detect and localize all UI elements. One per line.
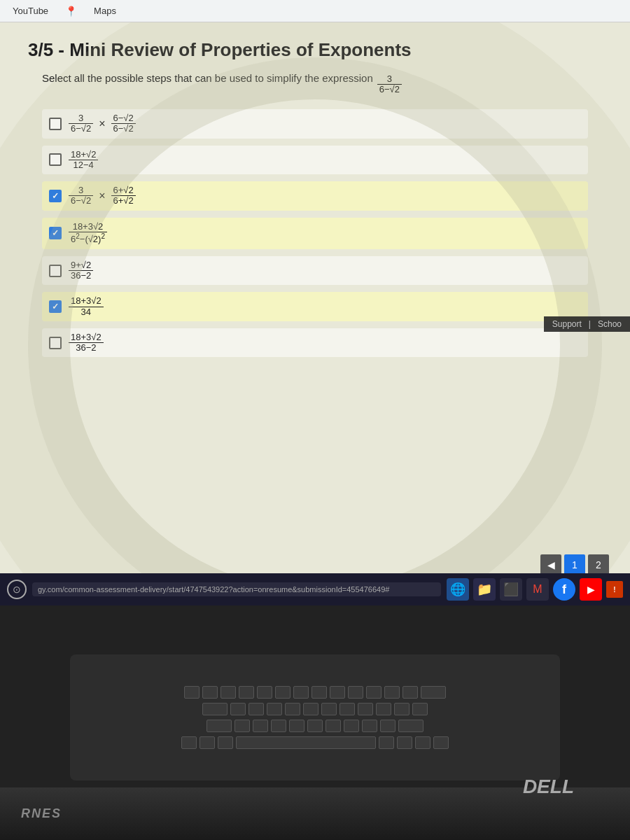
key xyxy=(200,736,215,749)
key xyxy=(366,686,382,699)
page-title: 3/5 - Mini Review of Properties of Expon… xyxy=(0,22,630,72)
key xyxy=(307,720,323,732)
option-1-row: 3 6−√2 × 6−√2 6−√2 xyxy=(42,109,588,139)
option-2-expr: 18+√2 12−4 xyxy=(69,150,98,171)
key xyxy=(257,686,272,699)
key xyxy=(379,736,394,749)
spacebar-key xyxy=(236,736,376,749)
key xyxy=(421,686,446,699)
key xyxy=(376,703,391,715)
key xyxy=(433,736,449,749)
key xyxy=(181,736,197,749)
support-label[interactable]: Support xyxy=(552,319,582,329)
option-5-checkbox[interactable] xyxy=(49,265,62,277)
youtube-taskbar-icon[interactable]: ▶ xyxy=(580,578,602,601)
key xyxy=(340,703,355,715)
key xyxy=(412,703,428,715)
key xyxy=(321,703,337,715)
option-2-checkbox[interactable] xyxy=(49,153,62,166)
option-6-expr: 18+3√2 34 xyxy=(69,296,104,317)
key xyxy=(271,720,286,732)
support-bar: Support | Schoo xyxy=(544,316,630,332)
key xyxy=(275,686,290,699)
support-divider: | xyxy=(589,319,591,329)
dell-logo: DELL xyxy=(523,776,574,798)
option-6-row: 18+3√2 34 xyxy=(42,292,588,321)
key xyxy=(248,703,264,715)
key xyxy=(380,720,396,732)
maps-tab[interactable]: Maps xyxy=(88,3,122,19)
option-2-row: 18+√2 12−4 xyxy=(42,146,588,175)
option-3-checkbox[interactable] xyxy=(49,190,62,202)
maps-icon: 📍 xyxy=(65,6,77,17)
option-6-checkbox[interactable] xyxy=(49,300,62,313)
question-header: Select all the possible steps that can b… xyxy=(42,72,588,97)
page-1-button[interactable]: 1 xyxy=(564,554,585,575)
laptop-body: RNES DELL xyxy=(0,606,630,840)
key xyxy=(285,703,300,715)
key xyxy=(326,720,341,732)
taskbar: ⊙ gy.com/common-assessment-delivery/star… xyxy=(0,573,630,606)
url-bar: gy.com/common-assessment-delivery/start/… xyxy=(32,582,441,596)
option-3-row: 3 6−√2 × 6+√2 6+√2 xyxy=(42,181,588,211)
keyboard xyxy=(70,654,560,780)
options-list: 3 6−√2 × 6−√2 6−√2 18+√2 12−4 xyxy=(42,109,588,357)
facebook-icon[interactable]: f xyxy=(553,578,575,601)
option-3-expr: 3 6−√2 × 6+√2 6+√2 xyxy=(69,186,136,206)
gmail-icon[interactable]: M xyxy=(526,578,549,601)
key xyxy=(415,736,430,749)
key xyxy=(220,686,236,699)
key xyxy=(358,703,373,715)
key xyxy=(330,686,345,699)
key xyxy=(348,686,363,699)
key xyxy=(267,703,282,715)
option-4-expr: 18+3√2 62−(√2)2 xyxy=(69,222,107,245)
key xyxy=(312,686,327,699)
navigation-buttons: ◀ 1 2 xyxy=(540,554,609,575)
option-5-expr: 9+√2 36−2 xyxy=(69,260,93,281)
brand-label: RNES xyxy=(21,806,62,821)
key xyxy=(402,686,418,699)
key xyxy=(202,703,227,715)
file-explorer-icon[interactable]: 📁 xyxy=(473,578,496,601)
youtube-tab[interactable]: YouTube xyxy=(7,3,54,19)
back-button[interactable]: ◀ xyxy=(540,554,561,575)
key xyxy=(398,720,424,732)
page-2-button[interactable]: 2 xyxy=(588,554,609,575)
school-label: Schoo xyxy=(598,319,622,329)
option-7-expr: 18+3√2 36−2 xyxy=(69,332,104,354)
question-area: Select all the possible steps that can b… xyxy=(0,72,630,357)
key xyxy=(230,703,246,715)
key xyxy=(394,703,410,715)
question-text: Select all the possible steps that can b… xyxy=(42,72,373,84)
target-expression: 3 6−√2 xyxy=(377,74,402,95)
key xyxy=(253,720,268,732)
option-5-row: 9+√2 36−2 xyxy=(42,256,588,286)
key xyxy=(293,686,309,699)
key xyxy=(239,686,254,699)
key xyxy=(202,686,218,699)
app-icon-1[interactable]: ⬛ xyxy=(500,578,522,601)
option-4-checkbox[interactable] xyxy=(49,227,62,239)
option-1-checkbox[interactable] xyxy=(49,118,62,130)
keyboard-area xyxy=(0,606,630,788)
key xyxy=(218,736,233,749)
key xyxy=(303,703,318,715)
edge-browser-icon[interactable]: 🌐 xyxy=(447,578,469,601)
key xyxy=(362,720,377,732)
key xyxy=(206,720,232,732)
taskbar-icons: 🌐 📁 ⬛ M f ▶ ! xyxy=(447,578,623,601)
key xyxy=(397,736,412,749)
browser-bar: YouTube 📍 Maps xyxy=(0,0,630,22)
key xyxy=(234,720,250,732)
windows-search-button[interactable]: ⊙ xyxy=(7,580,27,599)
key xyxy=(184,686,200,699)
key xyxy=(344,720,359,732)
key xyxy=(384,686,400,699)
option-4-row: 18+3√2 62−(√2)2 xyxy=(42,218,588,249)
option-1-expr: 3 6−√2 × 6−√2 6−√2 xyxy=(69,113,136,134)
content-area: 3/5 - Mini Review of Properties of Expon… xyxy=(0,22,630,596)
battery-warning-icon: ! xyxy=(606,581,623,598)
option-7-checkbox[interactable] xyxy=(49,337,62,349)
option-7-row: 18+3√2 36−2 xyxy=(42,328,588,358)
